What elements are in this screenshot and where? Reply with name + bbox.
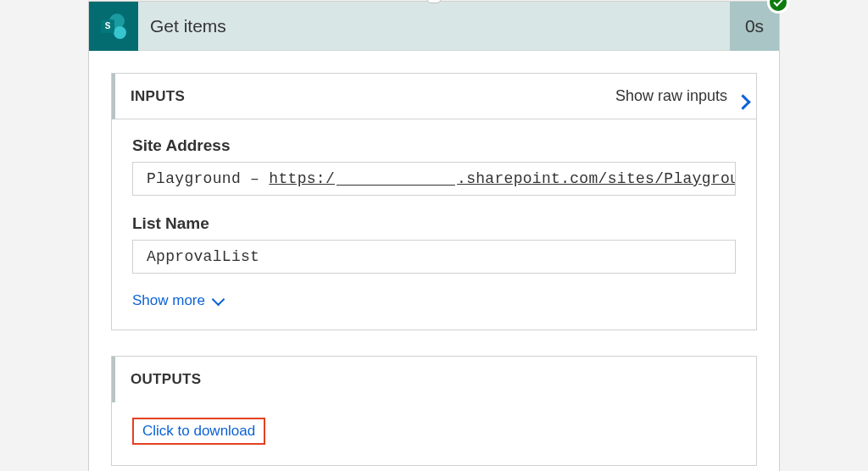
outputs-content: Click to download xyxy=(112,402,756,465)
list-name-label: List Name xyxy=(132,214,736,233)
field-list-name: List Name ApprovalList xyxy=(132,214,736,274)
site-address-value: Playground – https:/.sharepoint.com/site… xyxy=(132,162,736,196)
card-body: INPUTS Show raw inputs Site Address Play… xyxy=(89,51,779,471)
card-header[interactable]: S Get items 0s xyxy=(89,2,779,51)
outputs-header: OUTPUTS xyxy=(112,357,756,402)
site-address-label: Site Address xyxy=(132,136,736,155)
outputs-title: OUTPUTS xyxy=(131,371,201,388)
show-more-button[interactable]: Show more xyxy=(132,292,736,309)
click-to-download-link[interactable]: Click to download xyxy=(132,418,265,445)
check-icon xyxy=(773,0,782,7)
list-name-value: ApprovalList xyxy=(132,240,736,274)
inputs-title: INPUTS xyxy=(131,88,185,105)
field-site-address: Site Address Playground – https:/.sharep… xyxy=(132,136,736,196)
inputs-content: Site Address Playground – https:/.sharep… xyxy=(112,119,756,330)
inputs-section: INPUTS Show raw inputs Site Address Play… xyxy=(111,73,757,330)
card-title: Get items xyxy=(138,16,730,36)
show-more-label: Show more xyxy=(132,292,205,309)
inputs-header: INPUTS Show raw inputs xyxy=(112,74,756,119)
outputs-section: OUTPUTS Click to download xyxy=(111,356,757,466)
action-card: S Get items 0s INPUTS Show raw inputs Si… xyxy=(88,1,780,471)
show-raw-inputs-button[interactable]: Show raw inputs xyxy=(615,87,741,105)
sharepoint-icon: S xyxy=(89,2,138,51)
chevron-down-icon xyxy=(214,298,223,304)
show-raw-inputs-label: Show raw inputs xyxy=(615,87,727,105)
